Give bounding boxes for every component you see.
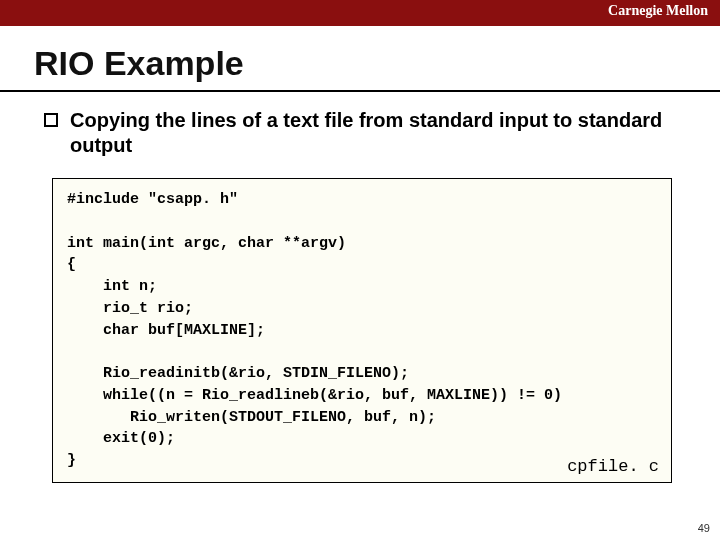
header-bar: Carnegie Mellon [0,0,720,26]
code-block: #include "csapp. h" int main(int argc, c… [52,178,672,483]
page-number: 49 [698,522,710,534]
bullet-text: Copying the lines of a text file from st… [70,108,680,158]
slide-title: RIO Example [34,44,244,83]
slide: Carnegie Mellon RIO Example Copying the … [0,0,720,540]
brand-label: Carnegie Mellon [608,3,708,19]
file-name-label: cpfile. c [567,457,659,476]
square-bullet-icon [44,113,58,127]
bullet-item: Copying the lines of a text file from st… [44,108,680,158]
code-content: #include "csapp. h" int main(int argc, c… [67,189,657,472]
title-divider [0,90,720,92]
